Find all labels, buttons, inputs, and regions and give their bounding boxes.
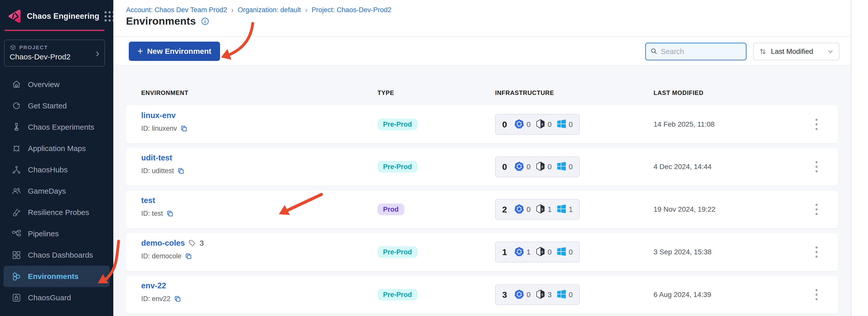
environment-type-badge: Prod bbox=[377, 204, 404, 215]
page-header: Account: Chaos Dev Team Prod2 › Organiza… bbox=[113, 0, 851, 37]
infrastructure-total: 3 bbox=[502, 290, 507, 300]
environment-name-link[interactable]: env-22 bbox=[141, 281, 166, 290]
linux-icon: $ bbox=[536, 119, 545, 130]
environment-id: ID: democole bbox=[141, 252, 182, 260]
sidebar-item-resilience-probes[interactable]: Resilience Probes bbox=[4, 202, 110, 223]
row-menu-kebab-icon[interactable] bbox=[810, 118, 823, 131]
copy-icon[interactable] bbox=[178, 168, 184, 174]
search-input[interactable] bbox=[661, 48, 741, 56]
sidebar-nav: Overview Get Started Chaos Experiments A… bbox=[0, 74, 113, 308]
environment-row[interactable]: demo-coles 3 ID: democole Pre-Prod 1 1 $… bbox=[126, 233, 838, 271]
chevron-down-icon bbox=[827, 48, 834, 55]
sidebar-item-pipelines[interactable]: Pipelines bbox=[4, 223, 110, 245]
row-menu-kebab-icon[interactable] bbox=[810, 203, 823, 216]
sort-dropdown[interactable]: Last Modified bbox=[753, 42, 839, 60]
linux-count: 0 bbox=[548, 120, 552, 129]
sidebar-item-chaosguard[interactable]: ChaosGuard bbox=[4, 287, 110, 308]
copy-icon[interactable] bbox=[166, 210, 174, 217]
new-environment-button[interactable]: + New Environment bbox=[129, 41, 220, 61]
last-modified: 14 Feb 2025, 11:08 bbox=[654, 120, 715, 128]
project-name: Chaos-Dev-Prod2 bbox=[10, 53, 99, 61]
hexagons-icon bbox=[12, 271, 21, 281]
linux-icon: $ bbox=[536, 204, 545, 215]
windows-icon bbox=[557, 162, 566, 172]
kubernetes-count: 1 bbox=[527, 248, 531, 256]
pipeline-icon bbox=[12, 229, 21, 238]
copy-icon[interactable] bbox=[174, 295, 181, 302]
project-selector[interactable]: PROJECT Chaos-Dev-Prod2 › bbox=[4, 39, 105, 66]
lock-icon bbox=[12, 293, 21, 303]
last-modified: 6 Aug 2024, 14:39 bbox=[654, 291, 711, 299]
kubernetes-count: 0 bbox=[527, 163, 531, 171]
sort-selected-value: Last Modified bbox=[771, 48, 823, 56]
sidebar-item-application-maps[interactable]: Application Maps bbox=[4, 138, 110, 159]
environment-name-link[interactable]: demo-coles bbox=[141, 238, 185, 248]
row-menu-kebab-icon[interactable] bbox=[810, 288, 823, 301]
environment-name-link[interactable]: test bbox=[141, 196, 155, 205]
copy-icon[interactable] bbox=[185, 253, 192, 260]
infrastructure-summary: 3 0 $3 0 bbox=[495, 284, 580, 305]
sidebar-item-chaoshubs[interactable]: ChaosHubs bbox=[4, 159, 110, 180]
environment-row[interactable]: test ID: test Prod 2 0 $1 1 19 Nov 2024,… bbox=[126, 190, 838, 228]
windows-icon bbox=[557, 204, 566, 215]
tag-icon bbox=[188, 239, 196, 247]
row-menu-kebab-icon[interactable] bbox=[810, 160, 823, 173]
environment-type-badge: Pre-Prod bbox=[377, 161, 417, 173]
product-title: Chaos Engineering bbox=[27, 12, 99, 21]
column-header-environment: ENVIRONMENT bbox=[141, 89, 188, 96]
project-label: PROJECT bbox=[19, 45, 48, 51]
windows-icon bbox=[557, 247, 566, 257]
linux-count: 3 bbox=[548, 291, 552, 299]
environment-row[interactable]: env-22 ID: env22 Pre-Prod 3 0 $3 0 6 Aug… bbox=[126, 276, 838, 314]
infrastructure-total: 0 bbox=[502, 162, 507, 172]
environment-name-link[interactable]: udit-test bbox=[141, 153, 172, 163]
search-box bbox=[645, 42, 747, 60]
row-menu-kebab-icon[interactable] bbox=[810, 246, 823, 259]
windows-icon bbox=[557, 119, 566, 130]
linux-icon: $ bbox=[536, 289, 545, 300]
breadcrumb-project-link[interactable]: Project: Chaos-Dev-Prod2 bbox=[312, 6, 392, 14]
flask-icon bbox=[12, 122, 21, 132]
tag-count: 3 bbox=[199, 239, 204, 248]
svg-text:$: $ bbox=[541, 208, 543, 211]
svg-text:$: $ bbox=[541, 165, 543, 168]
chevron-right-icon: › bbox=[96, 48, 99, 59]
environment-id: ID: test bbox=[141, 210, 163, 218]
breadcrumb-account-link[interactable]: Account: Chaos Dev Team Prod2 bbox=[126, 6, 227, 14]
sidebar-item-chaos-dashboards[interactable]: Chaos Dashboards bbox=[4, 245, 110, 266]
windows-icon bbox=[557, 289, 566, 300]
breadcrumb-organization-link[interactable]: Organization: default bbox=[238, 6, 301, 14]
linux-icon: $ bbox=[536, 162, 545, 172]
kubernetes-count: 0 bbox=[527, 205, 531, 214]
sidebar-item-get-started[interactable]: Get Started bbox=[4, 95, 110, 116]
kubernetes-icon bbox=[514, 204, 524, 215]
svg-text:$: $ bbox=[541, 293, 543, 296]
environment-id: ID: udittest bbox=[141, 167, 174, 175]
linux-count: 1 bbox=[548, 205, 552, 214]
environments-list: ENVIRONMENT TYPE INFRASTRUCTURE LAST MOD… bbox=[113, 66, 851, 316]
environment-row[interactable]: linux-env ID: linuxenv Pre-Prod 0 0 $0 0… bbox=[126, 105, 838, 143]
sidebar-item-chaos-experiments[interactable]: Chaos Experiments bbox=[4, 116, 110, 138]
home-icon bbox=[12, 80, 21, 89]
sidebar-item-overview[interactable]: Overview bbox=[4, 74, 110, 95]
brand-underline bbox=[5, 30, 104, 31]
svg-text:$: $ bbox=[541, 123, 543, 126]
chevron-right-icon: › bbox=[305, 6, 308, 14]
plus-icon: + bbox=[137, 46, 143, 56]
network-icon bbox=[12, 165, 21, 175]
environment-row[interactable]: udit-test ID: udittest Pre-Prod 0 0 $0 0… bbox=[126, 148, 838, 186]
windows-count: 0 bbox=[568, 248, 573, 256]
sidebar-item-environments[interactable]: Environments bbox=[4, 266, 110, 287]
dashboard-icon bbox=[12, 250, 21, 260]
linux-icon: $ bbox=[536, 247, 545, 257]
project-cube-icon bbox=[10, 44, 16, 51]
copy-icon[interactable] bbox=[181, 125, 187, 132]
environment-name-link[interactable]: linux-env bbox=[141, 111, 176, 120]
column-header-last-modified: LAST MODIFIED bbox=[654, 89, 704, 96]
environment-type-badge: Pre-Prod bbox=[377, 118, 417, 130]
infrastructure-summary: 0 0 $0 0 bbox=[495, 156, 580, 177]
kubernetes-count: 0 bbox=[527, 291, 531, 299]
info-icon[interactable] bbox=[201, 17, 209, 25]
test-tube-icon bbox=[12, 208, 21, 217]
sidebar-item-gamedays[interactable]: GameDays bbox=[4, 180, 110, 202]
